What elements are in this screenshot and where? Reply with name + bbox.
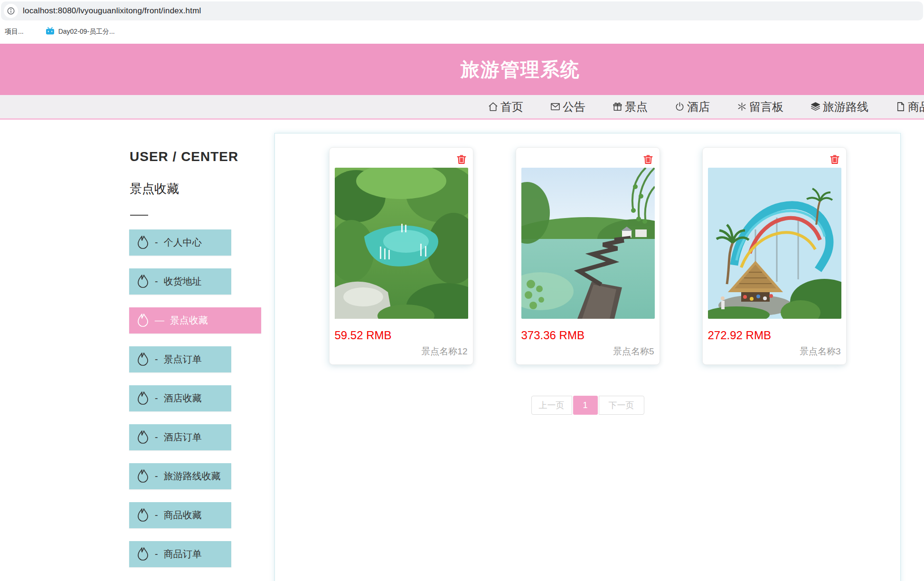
sidebar-menu: - 个人中心 - 收货地址 — 景点收藏 - 景点订单 - 酒店收藏 - 酒店订… (129, 229, 261, 580)
attraction-photo (521, 168, 655, 319)
nav-item-home[interactable]: 首页 (488, 99, 523, 114)
nav-item-routes[interactable]: 旅游路线 (810, 99, 868, 114)
mail-icon (550, 101, 561, 112)
attraction-price: 373.36 RMB (521, 329, 654, 342)
power-icon (674, 101, 685, 112)
site-header: 旅游管理系统 (0, 44, 924, 95)
file-icon (895, 101, 906, 112)
delete-favorite-button[interactable] (829, 153, 841, 166)
attraction-price: 59.52 RMB (335, 329, 468, 342)
flame-icon (136, 546, 150, 562)
bookmark-label: Day02-09-员工分... (58, 28, 115, 36)
attraction-card[interactable]: 373.36 RMB 景点名称5 (516, 147, 660, 365)
sidebar-item-route-favorites[interactable]: - 旅游路线收藏 (129, 463, 231, 489)
sparkle-icon (736, 101, 747, 112)
delete-favorite-button[interactable] (642, 153, 654, 166)
bookmark-folder-project[interactable]: 项目... (5, 28, 24, 36)
attraction-photo (708, 168, 841, 319)
nav-item-goods[interactable]: 商品 (895, 99, 924, 114)
layers-icon (810, 101, 821, 112)
attraction-name: 景点名称12 (335, 345, 468, 358)
flame-icon (136, 235, 150, 251)
flame-icon (136, 352, 150, 368)
sidebar-subtitle: 景点收藏 (130, 181, 179, 197)
sidebar-item-attraction-favorites[interactable]: — 景点收藏 (129, 307, 261, 333)
main-nav: 首页 公告 景点 酒店 留言板 旅游路线 商品 (0, 95, 924, 120)
bookmark-day02[interactable]: Day02-09-员工分... (46, 27, 115, 37)
flame-icon (136, 507, 150, 524)
flame-icon (136, 468, 150, 485)
attraction-card[interactable]: 59.52 RMB 景点名称12 (329, 147, 473, 365)
flame-icon (136, 274, 150, 290)
home-icon (488, 101, 499, 112)
sidebar-item-hotel-orders[interactable]: - 酒店订单 (129, 424, 231, 450)
sidebar-item-personal-center[interactable]: - 个人中心 (129, 229, 231, 256)
nav-item-hotels[interactable]: 酒店 (674, 99, 710, 114)
delete-favorite-button[interactable] (455, 153, 468, 166)
bilibili-icon (46, 27, 55, 37)
nav-item-message-board[interactable]: 留言板 (736, 99, 783, 114)
current-page-button[interactable]: 1 (573, 396, 598, 415)
site-title: 旅游管理系统 (461, 57, 580, 83)
gift-icon (612, 101, 623, 112)
trash-icon (642, 153, 654, 165)
sidebar-item-goods-orders[interactable]: - 商品订单 (129, 541, 231, 567)
address-bar[interactable]: localhost:8080/lvyouguanlixitong/front/i… (1, 1, 923, 20)
next-page-button[interactable]: 下一页 (599, 396, 644, 415)
url-text: localhost:8080/lvyouguanlixitong/front/i… (23, 6, 201, 16)
trash-icon (829, 153, 840, 165)
favorites-panel: 59.52 RMB 景点名称12 (274, 133, 901, 581)
attraction-price: 272.92 RMB (708, 329, 841, 342)
flame-icon (136, 391, 150, 407)
sidebar-item-shipping-address[interactable]: - 收货地址 (129, 268, 231, 295)
attraction-card[interactable]: 272.92 RMB 景点名称3 (702, 147, 847, 365)
content-area: USER / CENTER 景点收藏 - 个人中心 - 收货地址 — 景点收藏 … (0, 120, 924, 581)
sidebar-item-goods-favorites[interactable]: - 商品收藏 (129, 502, 231, 528)
trash-icon (456, 153, 467, 165)
nav-item-attractions[interactable]: 景点 (612, 99, 648, 114)
user-center-title: USER / CENTER (130, 149, 238, 164)
attraction-name: 景点名称5 (521, 345, 654, 358)
site-info-icon[interactable] (4, 4, 18, 18)
sidebar-divider (130, 215, 148, 216)
sidebar-item-hotel-favorites[interactable]: - 酒店收藏 (129, 385, 231, 411)
pagination: 上一页 1 下一页 (275, 396, 900, 415)
prev-page-button[interactable]: 上一页 (531, 396, 572, 415)
bookmarks-bar: 项目... Day02-09-员工分... (0, 22, 924, 42)
flame-icon (136, 313, 150, 329)
nav-item-notice[interactable]: 公告 (550, 99, 585, 114)
sidebar-item-attraction-orders[interactable]: - 景点订单 (129, 346, 231, 372)
attraction-photo (335, 168, 468, 319)
flame-icon (136, 429, 150, 446)
favorites-card-list: 59.52 RMB 景点名称12 (275, 133, 900, 365)
bookmark-label: 项目... (5, 28, 24, 36)
browser-address-row: localhost:8080/lvyouguanlixitong/front/i… (0, 0, 924, 22)
attraction-name: 景点名称3 (708, 345, 841, 358)
